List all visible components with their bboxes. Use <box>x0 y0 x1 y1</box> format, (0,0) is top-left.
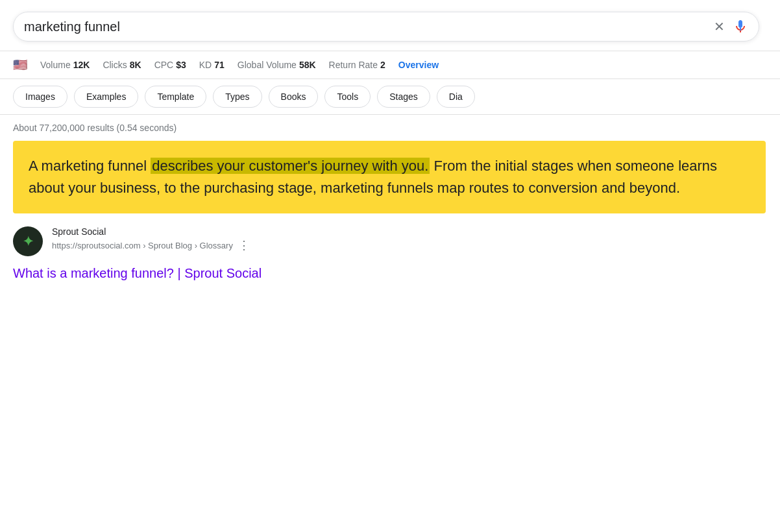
svg-rect-0 <box>740 28 741 30</box>
metric-return-rate: Return Rate 2 <box>329 60 385 70</box>
featured-snippet-text: A marketing funnel describes your custom… <box>29 155 750 199</box>
search-bar-section: ✕ <box>0 0 780 51</box>
filter-pill-tools[interactable]: Tools <box>324 86 371 108</box>
source-favicon: ✦ <box>13 226 43 256</box>
filter-pills-row: Images Examples Template Types Books Too… <box>0 79 780 115</box>
filter-pill-examples[interactable]: Examples <box>74 86 138 108</box>
search-input[interactable] <box>24 19 714 34</box>
metric-kd-label: KD <box>199 60 212 70</box>
metric-cpc-label: CPC <box>154 60 174 70</box>
filter-pill-template[interactable]: Template <box>145 86 206 108</box>
metric-return-rate-label: Return Rate <box>329 60 378 70</box>
source-url-row: https://sproutsocial.com › Sprout Blog ›… <box>52 238 767 252</box>
metric-clicks-label: Clicks <box>103 60 127 70</box>
metric-global-volume-label: Global Volume <box>238 60 297 70</box>
filter-pill-images[interactable]: Images <box>13 86 67 108</box>
metric-kd: KD 71 <box>199 60 225 70</box>
metric-clicks: Clicks 8K <box>103 60 141 70</box>
metric-clicks-value: 8K <box>130 60 141 70</box>
source-result: ✦ Sprout Social https://sproutsocial.com… <box>13 226 767 256</box>
snippet-text-highlighted: describes your customer's journey with y… <box>151 158 430 174</box>
search-mic-icon[interactable] <box>733 19 748 34</box>
featured-snippet: A marketing funnel describes your custom… <box>13 141 766 213</box>
flag-icon: 🇺🇸 <box>13 58 27 72</box>
metric-kd-value: 71 <box>214 60 225 70</box>
results-count: About 77,200,000 results (0.54 seconds) <box>13 123 767 133</box>
metric-return-rate-value: 2 <box>380 60 385 70</box>
filter-pill-dia[interactable]: Dia <box>437 86 475 108</box>
metric-volume-value: 12K <box>73 60 90 70</box>
source-name: Sprout Social <box>52 226 767 237</box>
metrics-row: 🇺🇸 Volume 12K Clicks 8K CPC $3 KD 71 Glo… <box>0 51 780 79</box>
metric-cpc-value: $3 <box>176 60 186 70</box>
source-info: Sprout Social https://sproutsocial.com ›… <box>52 226 767 252</box>
metric-volume: Volume 12K <box>40 60 90 70</box>
source-url: https://sproutsocial.com › Sprout Blog ›… <box>52 241 233 250</box>
overview-link[interactable]: Overview <box>398 60 439 70</box>
metric-global-volume-value: 58K <box>299 60 316 70</box>
filter-pill-books[interactable]: Books <box>269 86 319 108</box>
metric-global-volume: Global Volume 58K <box>238 60 316 70</box>
results-section: About 77,200,000 results (0.54 seconds) … <box>0 115 780 282</box>
snippet-text-part-1: A marketing funnel <box>29 158 151 174</box>
filter-pill-types[interactable]: Types <box>213 86 262 108</box>
source-more-options-icon[interactable]: ⋮ <box>238 238 250 252</box>
metric-volume-label: Volume <box>40 60 71 70</box>
result-title-link[interactable]: What is a marketing funnel? | Sprout Soc… <box>13 266 262 280</box>
search-bar-container: ✕ <box>13 12 759 42</box>
filter-pill-stages[interactable]: Stages <box>377 86 430 108</box>
search-clear-icon[interactable]: ✕ <box>714 19 725 34</box>
metric-cpc: CPC $3 <box>154 60 186 70</box>
favicon-icon: ✦ <box>23 234 34 249</box>
